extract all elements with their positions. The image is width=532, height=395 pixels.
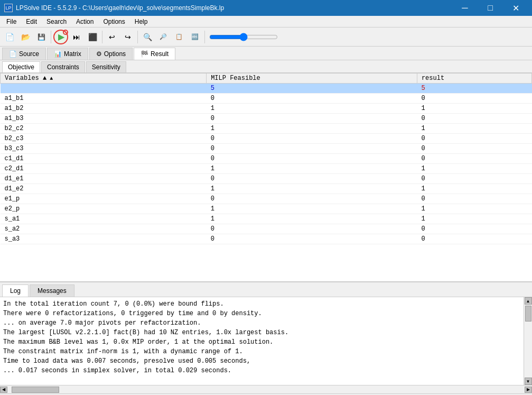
tabbar1: 📄 Source 📊 Matrix ⚙ Options 🏁 Result bbox=[0, 47, 532, 60]
scroll-up-button[interactable]: ▲ bbox=[525, 297, 532, 305]
toolbar-sep4 bbox=[204, 31, 205, 43]
col-result[interactable]: result bbox=[417, 74, 531, 84]
cell-variable: a1_b3 bbox=[1, 114, 207, 124]
table-row[interactable]: d1_e211 bbox=[1, 184, 532, 194]
cell-variable: s_a1 bbox=[1, 214, 207, 224]
cell-milp: 0 bbox=[207, 174, 417, 184]
cell-variable: b3_c3 bbox=[1, 144, 207, 154]
cell-milp: 0 bbox=[207, 94, 417, 104]
h-scroll-right[interactable]: ▶ bbox=[525, 387, 532, 393]
table-row[interactable]: e1_p00 bbox=[1, 194, 532, 204]
cell-milp: 0 bbox=[207, 114, 417, 124]
cell-milp: 0 bbox=[207, 134, 417, 144]
undo-button[interactable]: ↩ bbox=[105, 30, 119, 44]
titlebar: LP LPSolve IDE - 5.5.2.9 - C:\Users\gael… bbox=[0, 0, 532, 16]
tab-objective[interactable]: Objective bbox=[2, 61, 40, 72]
minimize-button[interactable]: ─ bbox=[453, 0, 477, 16]
menu-edit[interactable]: Edit bbox=[22, 17, 41, 26]
log-scrollbar[interactable]: ▲ ▼ bbox=[524, 297, 532, 385]
search-button3[interactable]: 📋 bbox=[172, 30, 186, 44]
table-row[interactable]: d1_e100 bbox=[1, 174, 532, 184]
table-row[interactable]: e2_p11 bbox=[1, 204, 532, 214]
tab-options[interactable]: ⚙ Options bbox=[89, 48, 133, 60]
save-button[interactable]: 💾 bbox=[34, 30, 49, 44]
menu-file[interactable]: File bbox=[2, 17, 21, 26]
search-button2[interactable]: 🔎 bbox=[156, 30, 171, 44]
cell-result: 0 bbox=[417, 234, 531, 244]
cell-milp: 1 bbox=[207, 164, 417, 174]
tabbar2: Objective Constraints Sensitivity bbox=[0, 60, 532, 73]
tab-constraints[interactable]: Constraints bbox=[41, 61, 85, 72]
maximize-button[interactable]: □ bbox=[478, 0, 502, 16]
menubar: File Edit Search Action Options Help bbox=[0, 16, 532, 27]
tab-result[interactable]: 🏁 Result bbox=[134, 48, 175, 60]
log-content: In the total iteration count 7, 0 (0.0%)… bbox=[0, 297, 524, 385]
window-title: LPSolve IDE - 5.5.2.9 - C:\Users\gaelh\d… bbox=[16, 4, 224, 12]
table-row[interactable]: s_a300 bbox=[1, 234, 532, 244]
col-variables[interactable]: Variables ▲ bbox=[1, 74, 207, 84]
cell-variable: e2_p bbox=[1, 204, 207, 214]
menu-help[interactable]: Help bbox=[130, 17, 152, 26]
cell-result: 1 bbox=[417, 184, 531, 194]
scroll-down-button[interactable]: ▼ bbox=[525, 378, 532, 385]
tab-sensitivity[interactable]: Sensitivity bbox=[86, 61, 126, 72]
cell-variable: c2_d1 bbox=[1, 164, 207, 174]
cell-variable: a1_b2 bbox=[1, 104, 207, 114]
cell-result: 0 bbox=[417, 114, 531, 124]
cell-result: 1 bbox=[417, 204, 531, 214]
toolbar-sep3 bbox=[137, 31, 138, 43]
cell-result: 0 bbox=[417, 224, 531, 234]
table-row[interactable]: s_a111 bbox=[1, 214, 532, 224]
table-row[interactable]: s_a200 bbox=[1, 224, 532, 234]
matrix-icon: 📊 bbox=[54, 50, 62, 58]
table-row[interactable]: b2_c211 bbox=[1, 124, 532, 134]
menu-options[interactable]: Options bbox=[99, 17, 129, 26]
table-row[interactable]: b2_c300 bbox=[1, 134, 532, 144]
col-milp[interactable]: MILP Feasible bbox=[207, 74, 417, 84]
cell-result: 0 bbox=[417, 144, 531, 154]
cell-milp: 5 bbox=[207, 84, 417, 94]
close-button[interactable]: ✕ bbox=[503, 0, 528, 16]
cell-result: 5 bbox=[417, 84, 531, 94]
log-tab-messages[interactable]: Messages bbox=[30, 284, 74, 297]
menu-action[interactable]: Action bbox=[72, 17, 98, 26]
tab-matrix[interactable]: 📊 Matrix bbox=[47, 48, 88, 60]
step-button[interactable]: ⏭ bbox=[69, 30, 84, 44]
cell-variable: s_a2 bbox=[1, 224, 207, 234]
h-scroll-track bbox=[7, 387, 525, 393]
scroll-track bbox=[525, 305, 532, 378]
tab-source[interactable]: 📄 Source bbox=[2, 48, 46, 60]
run-button[interactable]: ▶ bbox=[53, 30, 68, 44]
scroll-thumb[interactable] bbox=[525, 306, 531, 321]
h-scroll-thumb[interactable] bbox=[12, 387, 59, 393]
table-row[interactable]: a1_b211 bbox=[1, 104, 532, 114]
h-scroll-left[interactable]: ◀ bbox=[0, 387, 7, 393]
table-row[interactable]: a1_b300 bbox=[1, 114, 532, 124]
search-button1[interactable]: 🔍 bbox=[140, 30, 155, 44]
cell-variable: d1_e1 bbox=[1, 174, 207, 184]
stop-button[interactable]: ⬛ bbox=[85, 30, 100, 44]
cell-result: 0 bbox=[417, 154, 531, 164]
open-button[interactable]: 📂 bbox=[18, 30, 33, 44]
search-button4[interactable]: 🔤 bbox=[188, 30, 202, 44]
source-icon: 📄 bbox=[9, 50, 17, 58]
cell-result: 1 bbox=[417, 164, 531, 174]
table-row[interactable]: c2_d111 bbox=[1, 164, 532, 174]
menu-search[interactable]: Search bbox=[42, 17, 71, 26]
horizontal-scrollbar[interactable]: ◀ ▶ bbox=[0, 385, 532, 393]
table-row[interactable]: a1_b100 bbox=[1, 94, 532, 104]
cell-variable: e1_p bbox=[1, 194, 207, 204]
new-button[interactable]: 📄 bbox=[2, 30, 17, 44]
log-tabbar: Log Messages bbox=[0, 282, 532, 297]
zoom-slider[interactable] bbox=[209, 33, 278, 41]
table-row[interactable]: 55 bbox=[1, 84, 532, 94]
cell-milp: 1 bbox=[207, 204, 417, 214]
cell-result: 1 bbox=[417, 214, 531, 224]
log-tab-log[interactable]: Log bbox=[2, 284, 29, 297]
cell-result: 0 bbox=[417, 174, 531, 184]
cell-milp: 1 bbox=[207, 124, 417, 134]
table-row[interactable]: b3_c300 bbox=[1, 144, 532, 154]
table-row[interactable]: c1_d100 bbox=[1, 154, 532, 164]
log-section: Log Messages In the total iteration coun… bbox=[0, 282, 532, 385]
redo-button[interactable]: ↪ bbox=[120, 30, 135, 44]
